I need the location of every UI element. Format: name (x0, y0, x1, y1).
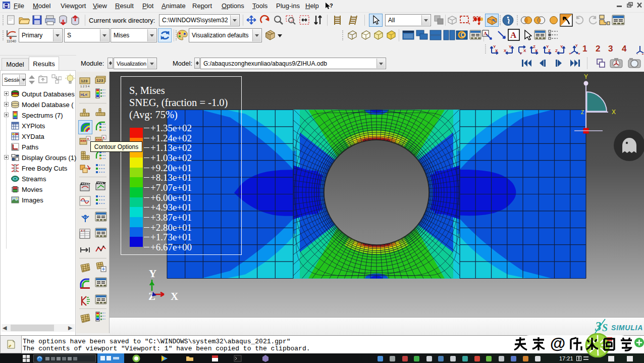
svg-text:123: 123 (96, 78, 103, 83)
svg-text:Z: Z (148, 290, 155, 302)
svg-text:11040: 11040 (7, 39, 16, 43)
svg-text:X: X (535, 48, 538, 53)
svg-text:Y: Y (509, 44, 512, 49)
svg-text:SIMULIA: SIMULIA (611, 324, 643, 332)
svg-text:Y: Y (149, 268, 156, 280)
svg-text:Z: Z (555, 48, 558, 53)
svg-text:Z: Z (548, 48, 551, 53)
svg-text:S: S (602, 322, 608, 333)
svg-text:X: X (523, 48, 526, 53)
svg-text:X: X (504, 48, 507, 53)
svg-text:?: ? (330, 3, 333, 9)
svg-text:A: A (484, 31, 488, 36)
svg-text:X: X (171, 290, 178, 302)
svg-text:X: X (612, 109, 616, 116)
svg-text:Y: Y (575, 44, 578, 47)
svg-text:1 2 3 4: 1 2 3 4 (80, 85, 90, 88)
svg-text:x: x (103, 136, 105, 139)
svg-text:Y: Y (584, 73, 588, 80)
svg-text:A: A (510, 30, 517, 40)
svg-text:123: 123 (81, 79, 88, 83)
svg-text:xxx: xxx (80, 139, 86, 142)
svg-text:Z: Z (581, 110, 584, 115)
svg-text:xxx: xxx (96, 138, 102, 141)
svg-text:X: X (495, 48, 498, 53)
svg-text:>L<: >L< (80, 92, 88, 97)
svg-text:x: x (87, 137, 89, 140)
svg-text:Y: Y (560, 44, 563, 49)
